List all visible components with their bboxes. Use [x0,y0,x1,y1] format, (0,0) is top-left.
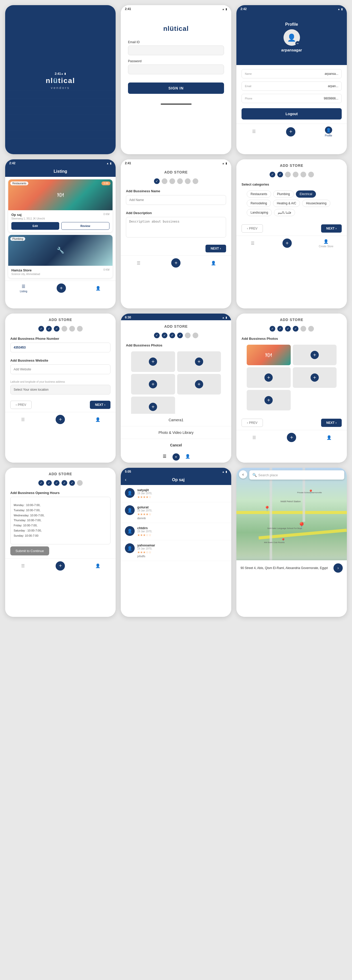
nav-listing[interactable]: ☰ [250,240,256,246]
next-button[interactable]: NEXT › [90,401,110,409]
add-photo-5[interactable]: + [149,403,157,411]
add-photo-2[interactable]: + [195,358,203,366]
photo-slot-1-filled: 🍽 [247,345,291,365]
category-remodeling[interactable]: Remodeling [247,200,271,207]
description-input[interactable] [126,217,226,237]
add-photo-4[interactable]: + [310,374,319,382]
cancel-option[interactable]: Cancel [121,439,231,451]
map-container[interactable]: 📍 📍 📍 📍 Mobil Petrol Station Private Sch… [237,468,347,576]
email-input[interactable] [128,46,224,55]
add-photo-3[interactable]: + [149,380,157,388]
nav-listing-active[interactable]: ☰ Listing [20,284,27,293]
review-button[interactable]: Review [61,222,110,230]
category-restaurants[interactable]: Restaurants [247,191,271,198]
phone-section: Add Bussiness Phone Number [5,334,115,355]
category-electrical[interactable]: Electrical [296,191,316,198]
next-button[interactable]: NEXT › [321,224,342,232]
nav-add[interactable]: + [57,283,66,293]
add-photo-4[interactable]: + [195,380,203,388]
nav-profile[interactable]: 👤 Profile [325,126,332,137]
category-landscaping[interactable]: Landscaping [247,209,272,216]
add-store-1-frame: 2:41 ▲ ▮ ADD STORE Add Bussiness Name [121,159,231,309]
add-photo-1[interactable]: + [149,358,157,366]
email-label: Email [245,85,255,88]
submit-button[interactable]: Submit to Continue [10,546,49,555]
phone-field: Phone 9809866... [242,94,342,103]
password-label: Password [128,59,224,63]
nav-listing[interactable]: ☰ [20,563,26,569]
phone-input[interactable] [10,343,110,352]
prev-button[interactable]: ‹ PREV [242,224,263,232]
map-confirm-button[interactable]: › [333,563,343,573]
nav-add[interactable]: + [286,127,295,137]
category-hvac[interactable]: Heating & A/C [273,200,300,207]
map-back-button[interactable]: ‹ [239,470,247,479]
step-nav: ‹ PREV NEXT › [237,221,347,236]
password-input[interactable] [128,65,224,74]
add-photo-2[interactable]: + [310,351,319,359]
photo-slot-3[interactable]: + [131,374,175,395]
nav-profile[interactable]: 👤 Create Store [319,239,333,248]
map-search-bar[interactable]: 🔍 Search place [249,470,344,480]
nav-listing[interactable]: ☰ [136,260,141,266]
category-arabic[interactable]: فلتنا بالبيم [274,209,295,216]
category-plumbing[interactable]: Plumbing [273,191,294,198]
road-horizontal-1 [237,511,347,514]
profile-edit-icon[interactable]: ✏ [295,41,300,46]
sign-in-button[interactable]: SIGN IN [128,83,224,94]
reviewer-name-1: satyajit [137,488,227,492]
name-section: Add Bussiness Name [121,186,231,208]
wifi-icon: ▲ [222,470,224,473]
photo-slot-5[interactable]: + [247,390,291,410]
nav-profile[interactable]: 👤 [95,417,101,422]
nav-add[interactable]: + [56,415,65,424]
add-icon: + [57,283,66,293]
back-button[interactable]: ‹ [125,477,126,482]
add-photo-3[interactable]: + [264,374,273,382]
prev-button[interactable]: ‹ PREV [242,419,263,427]
time: 2:42 [9,161,16,165]
nav-profile[interactable]: 👤 [211,260,216,266]
nav-listing[interactable]: ☰ [20,417,26,422]
next-button[interactable]: NEXT › [321,419,342,427]
photo-slot-2[interactable]: + [177,352,221,372]
nav-listing[interactable]: ☰ [251,434,257,440]
select-location-button[interactable]: Select Your store location [10,385,110,395]
website-input[interactable] [10,364,110,374]
battery-icon: ▮ [226,162,227,165]
add-photo-5[interactable]: + [264,396,273,404]
photo-slot-4[interactable]: + [177,374,221,395]
photo-library-option[interactable]: Photo & Video Library [121,426,231,439]
camera-option[interactable]: Camera1 [121,414,231,426]
nav-profile[interactable]: 👤 [326,434,332,440]
nav-profile[interactable]: 👤 [95,563,101,569]
profile-icon: 👤 [95,417,101,422]
add-store-title: ADD STORE [237,313,347,324]
nav-add[interactable]: + [282,239,292,248]
nav-listing[interactable]: ☰ [251,129,257,135]
business-name-input[interactable] [126,195,226,205]
arrow-left-icon: ‹ [247,227,248,230]
store1-rating: 3.86 [101,181,110,185]
step-5 [69,480,75,486]
photo-slot-2[interactable]: + [293,345,337,365]
arrow-left-icon: ‹ [16,403,17,407]
review-title: Op saj [130,477,227,482]
photo-slot-1[interactable]: + [131,352,175,372]
prev-button[interactable]: ‹ PREV [10,401,32,409]
photo-slot-3[interactable]: + [247,367,291,388]
logout-button[interactable]: Logout [242,108,342,119]
nav-add[interactable]: + [171,258,181,267]
profile-screen-frame: 2:42 ▲ ▮ Profile 👤 ✏ arpansagar Name arp… [237,5,347,154]
profile-icon: 👤 [326,434,332,440]
category-housecleaning[interactable]: Housecleaning [302,200,330,207]
step-3 [285,326,291,332]
next-button[interactable]: NEXT › [205,245,226,252]
categories-section: Select categories Restaurants Plumbing E… [237,180,347,221]
step-1 [270,326,275,332]
photo-slot-4[interactable]: + [293,367,337,388]
nav-profile[interactable]: 👤 [95,285,101,291]
edit-button[interactable]: Edit [11,222,59,230]
nav-add[interactable]: + [56,561,65,571]
nav-add[interactable]: + [287,433,296,442]
